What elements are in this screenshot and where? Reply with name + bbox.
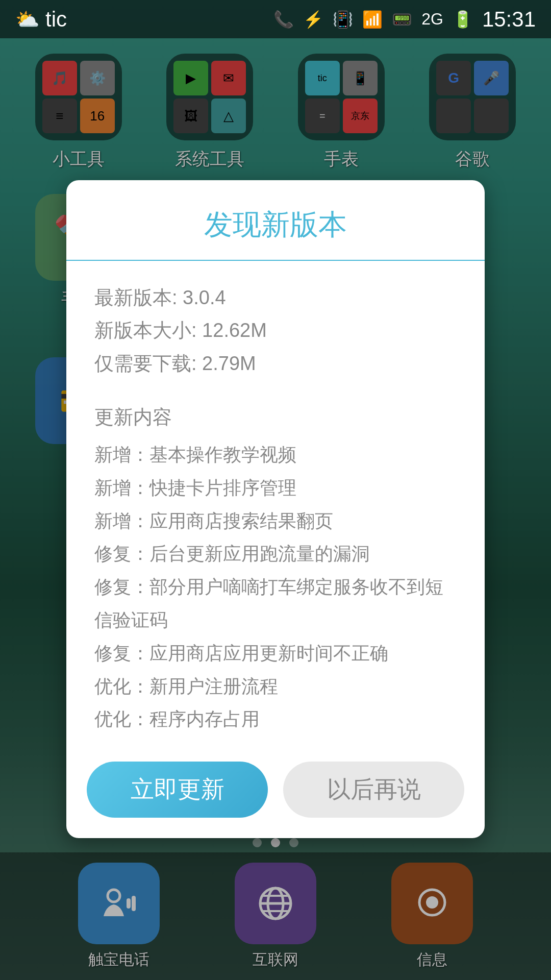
- wifi-icon: 📶: [362, 10, 383, 29]
- weather-icon: ⛅: [15, 8, 39, 31]
- download-size: 仅需要下载: 2.79M: [94, 347, 457, 380]
- bluetooth-icon: ⚡: [303, 10, 323, 29]
- update-item-8: 优化：程序内存占用: [94, 703, 457, 736]
- status-icons: 📞 ⚡ 📳 📶 📟 2G 🔋 15:31: [273, 7, 536, 32]
- dialog-overlay: 发现新版本 最新版本: 3.0.4 新版本大小: 12.62M 仅需要下载: 2…: [0, 38, 551, 980]
- update-dialog: 发现新版本 最新版本: 3.0.4 新版本大小: 12.62M 仅需要下载: 2…: [66, 180, 485, 839]
- signal-icon: 2G: [421, 10, 443, 29]
- update-item-5: 修复：部分用户嘀嘀打车绑定服务收不到短信验证码: [94, 571, 457, 637]
- dialog-title: 发现新版本: [66, 180, 485, 260]
- update-item-3: 新增：应用商店搜索结果翻页: [94, 505, 457, 538]
- version-number: 最新版本: 3.0.4: [94, 281, 457, 314]
- update-item-7: 优化：新用户注册流程: [94, 670, 457, 703]
- update-item-2: 新增：快捷卡片排序管理: [94, 472, 457, 505]
- battery-icon: 🔋: [453, 10, 473, 29]
- phone-icon: 📞: [273, 10, 294, 29]
- app-name: tic: [45, 7, 67, 32]
- sim-icon: 📟: [392, 10, 412, 29]
- update-item-6: 修复：应用商店应用更新时间不正确: [94, 637, 457, 670]
- update-item-4: 修复：后台更新应用跑流量的漏洞: [94, 537, 457, 571]
- time: 15:31: [482, 7, 536, 32]
- vibrate-icon: 📳: [333, 10, 353, 29]
- dialog-content: 最新版本: 3.0.4 新版本大小: 12.62M 仅需要下载: 2.79M 更…: [66, 281, 485, 762]
- status-bar: ⛅ tic 📞 ⚡ 📳 📶 📟 2G 🔋 15:31: [0, 0, 551, 38]
- version-size: 新版本大小: 12.62M: [94, 314, 457, 347]
- version-info: 最新版本: 3.0.4 新版本大小: 12.62M 仅需要下载: 2.79M: [94, 281, 457, 380]
- dialog-divider: [66, 260, 485, 261]
- update-now-button[interactable]: 立即更新: [87, 762, 268, 818]
- status-left: ⛅ tic: [15, 7, 67, 32]
- update-item-1: 新增：基本操作教学视频: [94, 438, 457, 472]
- dialog-buttons: 立即更新 以后再说: [66, 762, 485, 818]
- update-title: 更新内容: [94, 401, 457, 434]
- later-button[interactable]: 以后再说: [283, 762, 464, 818]
